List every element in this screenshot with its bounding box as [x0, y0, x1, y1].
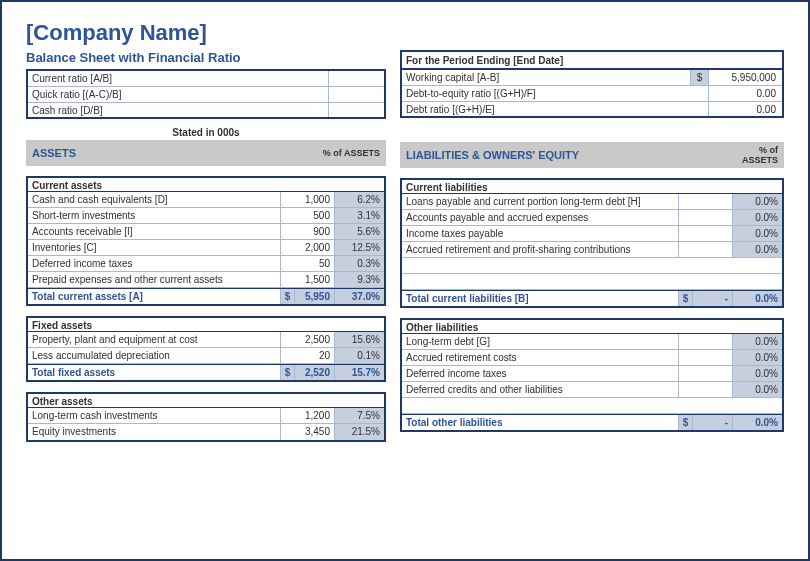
- current-assets-header: Current assets: [26, 176, 386, 192]
- ol-total-cur: $: [678, 415, 692, 430]
- current-liab-table: Loans payable and current portion long-t…: [400, 194, 784, 308]
- ol-row-value: [678, 382, 732, 397]
- cl-row-pct: 0.0%: [732, 242, 782, 257]
- liabilities-section-header: LIABILITIES & OWNERS' EQUITY % ofASSETS: [400, 142, 784, 168]
- quick-ratio-label: Quick ratio [(A-C)/B]: [28, 87, 328, 102]
- assets-header-text: ASSETS: [32, 147, 76, 159]
- fa-row-label: Property, plant and equipment at cost: [28, 332, 280, 347]
- current-assets-table: Cash and cash equivalents [D]1,0006.2% S…: [26, 192, 386, 306]
- cl-row-label: Accounts payable and accrued expenses: [402, 210, 678, 225]
- ca-row-label: Inventories [C]: [28, 240, 280, 255]
- debt-equity-value: 0.00: [708, 86, 782, 101]
- ca-row-pct: 0.3%: [334, 256, 384, 271]
- ol-row-label: Deferred income taxes: [402, 366, 678, 381]
- cl-row-pct: 0.0%: [732, 210, 782, 225]
- period-header: For the Period Ending [End Date]: [400, 50, 784, 68]
- ca-row-pct: 3.1%: [334, 208, 384, 223]
- fa-total-value: 2,520: [294, 365, 334, 380]
- working-capital-value: 5,950,000: [708, 70, 782, 85]
- ca-total-cur: $: [280, 289, 294, 304]
- ca-row-pct: 9.3%: [334, 272, 384, 287]
- fa-row-label: Less accumulated depreciation: [28, 348, 280, 363]
- cl-row-label: Income taxes payable: [402, 226, 678, 241]
- debt-ratio-value: 0.00: [708, 102, 782, 116]
- ca-total-pct: 37.0%: [334, 289, 384, 304]
- other-liab-header: Other liabilities: [400, 318, 784, 334]
- cl-row-pct: 0.0%: [732, 194, 782, 209]
- oa-row-pct: 7.5%: [334, 408, 384, 423]
- assets-section-header: ASSETS % of ASSETS: [26, 140, 386, 166]
- ol-row-label: Deferred credits and other liabilities: [402, 382, 678, 397]
- ratio-box: Current ratio [A/B] Quick ratio [(A-C)/B…: [26, 69, 386, 119]
- working-capital-label: Working capital [A-B]: [402, 70, 690, 85]
- current-ratio-value: [328, 71, 384, 86]
- ca-row-pct: 12.5%: [334, 240, 384, 255]
- cl-row-label: Accrued retirement and profit-sharing co…: [402, 242, 678, 257]
- fa-row-value: 2,500: [280, 332, 334, 347]
- fa-row-pct: 15.6%: [334, 332, 384, 347]
- ol-total-label: Total other liabilities: [402, 415, 678, 430]
- liab-header-text: LIABILITIES & OWNERS' EQUITY: [406, 149, 579, 161]
- cl-total-value: -: [692, 291, 732, 306]
- oa-row-value: 3,450: [280, 424, 334, 440]
- ca-row-value: 1,000: [280, 192, 334, 207]
- fa-row-pct: 0.1%: [334, 348, 384, 363]
- quick-ratio-value: [328, 87, 384, 102]
- fa-total-pct: 15.7%: [334, 365, 384, 380]
- fixed-assets-table: Property, plant and equipment at cost2,5…: [26, 332, 386, 382]
- cash-ratio-value: [328, 103, 384, 117]
- ca-total-value: 5,950: [294, 289, 334, 304]
- cl-row-pct: 0.0%: [732, 226, 782, 241]
- fa-row-value: 20: [280, 348, 334, 363]
- company-name: [Company Name]: [26, 20, 784, 46]
- oa-row-label: Long-term cash investments: [28, 408, 280, 423]
- ol-row-value: [678, 334, 732, 349]
- oa-row-pct: 21.5%: [334, 424, 384, 440]
- cl-total-label: Total current liabilities [B]: [402, 291, 678, 306]
- current-ratio-label: Current ratio [A/B]: [28, 71, 328, 86]
- cl-row-label: Loans payable and current portion long-t…: [402, 194, 678, 209]
- ol-row-label: Long-term debt [G]: [402, 334, 678, 349]
- fa-total-cur: $: [280, 365, 294, 380]
- cl-row-value: [678, 242, 732, 257]
- ca-row-label: Prepaid expenses and other current asset…: [28, 272, 280, 287]
- assets-pct-header: % of ASSETS: [323, 148, 380, 158]
- cl-row-value: [678, 226, 732, 241]
- ca-row-label: Cash and cash equivalents [D]: [28, 192, 280, 207]
- balance-sheet-page: [Company Name] Balance Sheet with Financ…: [0, 0, 810, 561]
- ca-row-label: Short-term investments: [28, 208, 280, 223]
- ca-row-value: 500: [280, 208, 334, 223]
- oa-row-value: 1,200: [280, 408, 334, 423]
- sheet-title: Balance Sheet with Financial Ratio: [26, 50, 386, 65]
- other-liab-table: Long-term debt [G]0.0% Accrued retiremen…: [400, 334, 784, 432]
- ol-total-pct: 0.0%: [732, 415, 782, 430]
- oa-row-label: Equity investments: [28, 424, 280, 440]
- ol-row-label: Accrued retirement costs: [402, 350, 678, 365]
- other-assets-table: Long-term cash investments1,2007.5% Equi…: [26, 408, 386, 442]
- ol-total-value: -: [692, 415, 732, 430]
- current-liab-header: Current liabilities: [400, 178, 784, 194]
- ol-row-pct: 0.0%: [732, 366, 782, 381]
- ca-row-pct: 5.6%: [334, 224, 384, 239]
- cl-total-pct: 0.0%: [732, 291, 782, 306]
- period-box: Working capital [A-B]$5,950,000 Debt-to-…: [400, 68, 784, 118]
- ol-row-pct: 0.0%: [732, 334, 782, 349]
- ol-row-value: [678, 366, 732, 381]
- working-capital-cur: $: [690, 70, 708, 85]
- cl-row-value: [678, 194, 732, 209]
- debt-ratio-label: Debt ratio [(G+H)/E]: [402, 102, 708, 116]
- liab-pct-header: % ofASSETS: [742, 145, 778, 165]
- fa-total-label: Total fixed assets: [28, 365, 280, 380]
- ca-row-value: 50: [280, 256, 334, 271]
- ca-row-label: Deferred income taxes: [28, 256, 280, 271]
- stated-note: Stated in 000s: [26, 127, 386, 138]
- fixed-assets-header: Fixed assets: [26, 316, 386, 332]
- cl-row-value: [678, 210, 732, 225]
- ol-row-pct: 0.0%: [732, 350, 782, 365]
- debt-equity-label: Debt-to-equity ratio [(G+H)/F]: [402, 86, 708, 101]
- ol-row-pct: 0.0%: [732, 382, 782, 397]
- ca-row-pct: 6.2%: [334, 192, 384, 207]
- ca-row-label: Accounts receivable [I]: [28, 224, 280, 239]
- other-assets-header: Other assets: [26, 392, 386, 408]
- ca-total-label: Total current assets [A]: [28, 289, 280, 304]
